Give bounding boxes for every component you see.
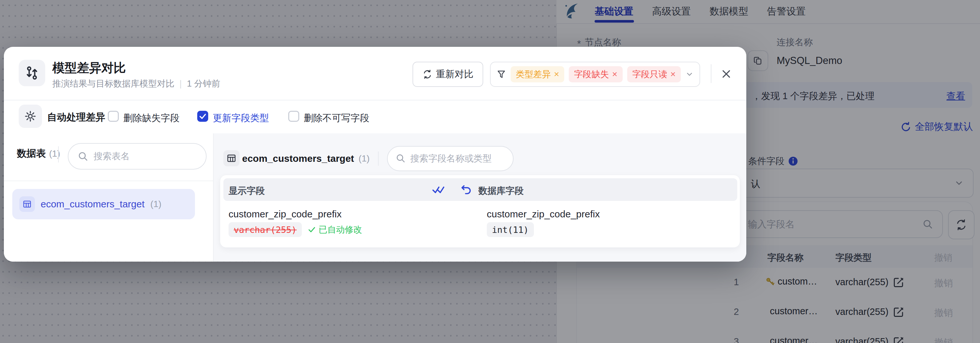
undo-all-icon[interactable] [460, 183, 473, 196]
remove-tag-icon[interactable]: × [554, 69, 559, 80]
filter-tag-type-diff[interactable]: 类型差异 × [511, 66, 564, 82]
close-button[interactable] [718, 65, 735, 82]
remove-tag-icon[interactable]: × [670, 69, 676, 80]
gear-icon [24, 110, 37, 123]
undo-icon [460, 183, 473, 196]
search-icon [395, 153, 406, 163]
check-icon [308, 225, 316, 234]
table-icon-box [19, 196, 35, 212]
modal-header: 模型差异对比 推演结果与目标数据库模型对比 | 1 分钟前 重新对比 [4, 47, 746, 101]
modal-toolbar: 自动处理差异 删除缺失字段 更新字段类型 删除不可写字段 [4, 100, 746, 134]
checkbox-delete-missing-label[interactable]: 删除缺失字段 [123, 112, 180, 124]
refresh-icon [423, 69, 432, 79]
sidebar-item-count: (1) [150, 199, 161, 209]
modal-body: 数据表 (1) [4, 133, 746, 262]
checkbox-delete-readonly[interactable] [288, 111, 299, 122]
tables-title-row: 数据表 (1) [17, 147, 60, 160]
filter-box: 类型差异 × 字段缺失 × 字段只读 × [490, 62, 700, 87]
filter-tag-label: 字段只读 [632, 69, 667, 80]
checkbox-update-type-label[interactable]: 更新字段类型 [213, 112, 269, 124]
old-type-tag: varchar(255) [229, 222, 302, 237]
check-icon [199, 112, 207, 120]
compare-icon-box [19, 60, 45, 86]
filter-tag-label: 类型差异 [516, 69, 551, 80]
compare-card-header: 显示字段 [223, 178, 737, 201]
compare-card: 显示字段 [220, 175, 740, 248]
modal-title: 模型差异对比 [52, 60, 126, 76]
field-type-search-input[interactable] [387, 146, 514, 171]
sidebar-horizontal-divider [4, 180, 214, 181]
checkbox-delete-missing[interactable] [108, 111, 119, 122]
auto-fixed-status: 已自动修改 [308, 224, 362, 235]
table-icon-box [223, 150, 240, 166]
tables-sidebar: 数据表 (1) [4, 133, 214, 262]
target-table-name: ecom_customers_target [242, 153, 354, 164]
db-fields-col-label: 数据库字段 [478, 185, 523, 197]
recompare-button[interactable]: 重新对比 [412, 62, 483, 87]
display-fields-col-label: 显示字段 [229, 185, 265, 197]
auto-handle-label: 自动处理差异 [47, 111, 105, 124]
table-icon [22, 199, 32, 209]
title-divider [378, 152, 379, 166]
modal-subtitle-text: 推演结果与目标数据库模型对比 [52, 78, 174, 89]
tables-title: 数据表 [17, 147, 46, 160]
table-search [68, 143, 207, 169]
target-table-count: (1) [359, 153, 370, 164]
filter-icon [496, 69, 506, 79]
remove-tag-icon[interactable]: × [612, 69, 617, 80]
display-field-name: customer_zip_code_prefix [229, 209, 342, 220]
modal-subtitle: 推演结果与目标数据库模型对比 | 1 分钟前 [52, 78, 221, 89]
sidebar-divider [58, 146, 59, 163]
close-icon [721, 69, 732, 80]
checkbox-delete-readonly-label[interactable]: 删除不可写字段 [304, 112, 369, 124]
double-check-icon [432, 183, 445, 196]
subtitle-separator: | [180, 79, 182, 89]
recompare-label: 重新对比 [436, 68, 474, 81]
display-field-type-row: varchar(255) 已自动修改 [229, 222, 362, 237]
filter-tag-field-missing[interactable]: 字段缺失 × [569, 66, 622, 82]
sidebar-item-ecom-customers-target[interactable]: ecom_customers_target (1) [12, 189, 195, 219]
filter-tag-label: 字段缺失 [574, 69, 609, 80]
modal-timestamp: 1 分钟前 [187, 78, 221, 89]
gear-icon-box [19, 105, 42, 128]
auto-fixed-label: 已自动修改 [318, 224, 362, 235]
db-field-type-row: int(11) [487, 222, 534, 237]
search-icon [78, 151, 88, 162]
db-field-name: customer_zip_code_prefix [487, 209, 600, 220]
model-diff-modal: 模型差异对比 推演结果与目标数据库模型对比 | 1 分钟前 重新对比 [4, 47, 746, 262]
sidebar-item-label: ecom_customers_target [41, 199, 145, 210]
fields-compare-main: ecom_customers_target (1) [214, 133, 746, 262]
db-type-tag: int(11) [487, 222, 534, 237]
checkbox-update-type[interactable] [197, 111, 208, 122]
filter-tag-field-readonly[interactable]: 字段只读 × [627, 66, 681, 82]
main-title-row: ecom_customers_target (1) [242, 146, 514, 171]
chevron-down-icon[interactable] [685, 70, 694, 78]
compare-icon [24, 65, 40, 80]
table-search-input[interactable] [68, 143, 207, 169]
field-type-search [387, 146, 514, 171]
header-divider [711, 64, 711, 83]
accept-all-icon[interactable] [432, 183, 445, 196]
table-icon [227, 153, 236, 163]
